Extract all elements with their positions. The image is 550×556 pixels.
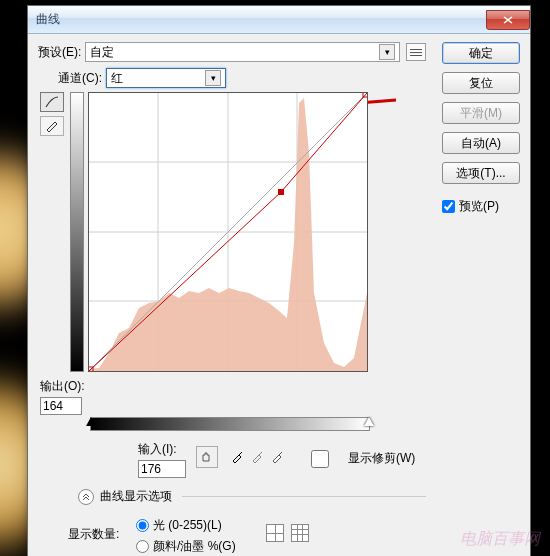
curve-draw-tool[interactable] [40,116,64,136]
curve-icon [44,95,60,109]
white-eyedropper[interactable] [268,448,286,466]
preview-check[interactable]: 预览(P) [442,198,520,215]
reset-button[interactable]: 复位 [442,72,520,94]
white-slider[interactable] [364,417,374,426]
output-gradient [70,92,84,372]
curves-dialog: 曲线 预设(E): 自定 ▾ 通道(C): 红 ▾ [27,5,531,556]
output-label: 输出(O): [40,378,85,395]
expand-label: 曲线显示选项 [100,488,172,505]
gray-eyedropper[interactable] [248,448,266,466]
preset-select[interactable]: 自定 ▾ [85,42,400,62]
hand-icon [199,449,215,465]
curve-point-tool[interactable] [40,92,64,112]
pigment-radio[interactable]: 颜料/油墨 %(G) [136,538,236,555]
titlebar[interactable]: 曲线 [28,6,530,34]
input-input[interactable] [138,460,186,478]
pencil-icon [44,119,60,133]
grid-detailed-button[interactable] [291,524,309,542]
channel-value: 红 [111,70,123,87]
chevron-down-icon: ▾ [379,44,395,60]
input-label: 输入(I): [138,441,182,458]
input-gradient [90,417,370,431]
curve-graph[interactable] [88,92,368,372]
close-button[interactable] [486,10,530,30]
black-eyedropper[interactable] [228,448,246,466]
eyedropper-icon [250,450,264,464]
preset-menu-button[interactable] [406,43,426,61]
grid-simple-button[interactable] [266,524,284,542]
smooth-button: 平滑(M) [442,102,520,124]
curve-point[interactable] [278,189,284,195]
ok-button[interactable]: 确定 [442,42,520,64]
expand-toggle[interactable] [78,489,94,505]
target-adjust-tool[interactable] [196,446,218,468]
amount-label: 显示数量: [68,526,126,543]
chevron-down-icon: ▾ [205,70,221,86]
show-clipping-check[interactable]: 显示修剪(W) [296,450,415,468]
preset-label: 预设(E): [38,44,81,61]
output-input[interactable] [40,397,82,415]
auto-button[interactable]: 自动(A) [442,132,520,154]
dialog-title: 曲线 [36,11,60,28]
channel-label: 通道(C): [58,70,102,87]
light-radio[interactable]: 光 (0-255)(L) [136,517,236,534]
divider [182,496,426,497]
options-button[interactable]: 选项(T)... [442,162,520,184]
close-icon [503,16,513,24]
eyedropper-icon [270,450,284,464]
black-slider[interactable] [86,417,96,426]
chevron-up-icon [81,492,91,502]
preset-value: 自定 [90,44,114,61]
eyedropper-icon [230,450,244,464]
channel-select[interactable]: 红 ▾ [106,68,226,88]
